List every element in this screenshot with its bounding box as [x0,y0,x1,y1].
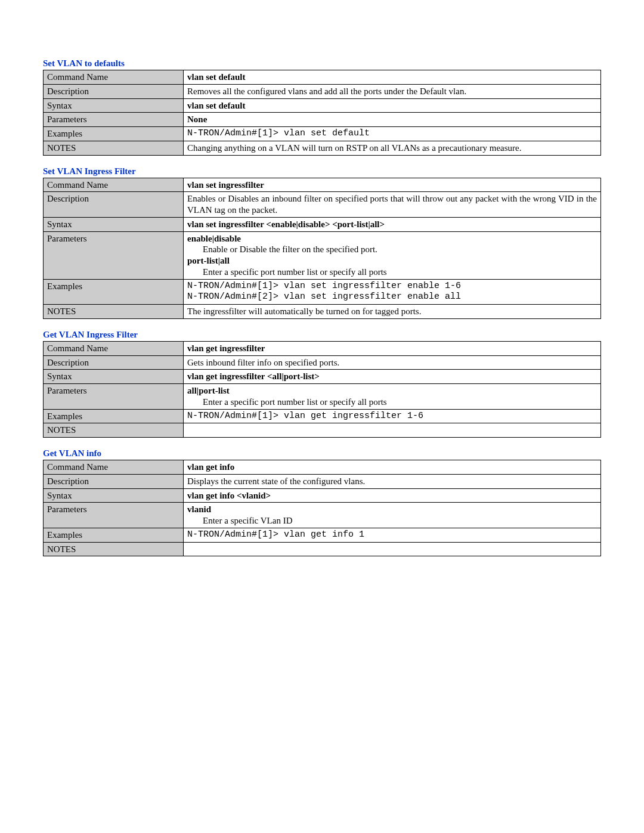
parameter-name: enable|disable [187,233,597,244]
command-table: Command Namevlan get infoDescriptionDisp… [43,460,601,556]
row-label: Command Name [44,70,184,85]
syntax-value: vlan set ingressfilter <enable|disable> … [187,219,385,229]
row-label: Command Name [44,460,184,475]
row-label: Parameters [44,231,184,279]
row-label: NOTES [44,423,184,438]
row-label: Parameters [44,113,184,127]
command-table: Command Namevlan set defaultDescriptionR… [43,70,601,156]
example-line: N-TRON/Admin#[2]> vlan set ingressfilter… [187,292,597,303]
command-table: Command Namevlan set ingressfilterDescri… [43,178,601,319]
row-label: Description [44,192,184,218]
row-value: Displays the current state of the config… [184,474,601,488]
section-title: Get VLAN Ingress Filter [43,330,601,340]
row-value: vlan set ingressfilter <enable|disable> … [184,217,601,231]
section-title: Set VLAN Ingress Filter [43,166,601,176]
parameters-cell: all|port-listEnter a specific port numbe… [187,385,597,408]
row-label: NOTES [44,305,184,319]
examples-cell: N-TRON/Admin#[1]> vlan set ingressfilter… [187,281,597,304]
row-value: Removes all the configured vlans and add… [184,84,601,98]
example-line: N-TRON/Admin#[1]> vlan set default [187,128,597,140]
example-line: N-TRON/Admin#[1]> vlan get info 1 [187,529,597,541]
row-value: vlan get ingressfilter [184,341,601,355]
row-value: all|port-listEnter a specific port numbe… [184,384,601,410]
row-label: Command Name [44,341,184,355]
parameter-name: port-list|all [187,255,597,267]
syntax-value: vlan get ingressfilter <all|port-list> [187,371,320,381]
row-label: NOTES [44,141,184,155]
row-value: Changing anything on a VLAN will turn on… [184,141,601,155]
parameters-cell: vlanidEnter a specific VLan ID [187,504,597,527]
parameter-name: vlanid [187,504,597,515]
row-label: Examples [44,528,184,542]
parameters-cell: enable|disableEnable or Disable the filt… [187,233,597,278]
row-label: Examples [44,409,184,423]
command-name-value: vlan set default [187,72,246,82]
row-label: NOTES [44,542,184,556]
parameter-name: None [187,114,597,125]
section-title: Set VLAN to defaults [43,58,601,69]
row-label: Examples [44,127,184,141]
row-value: vlan set ingressfilter [184,178,601,192]
row-value: Enables or Disables an inbound filter on… [184,192,601,218]
row-value [184,423,601,438]
parameter-name: all|port-list [187,385,597,397]
parameter-desc: Enter a specific port number list or spe… [187,267,597,278]
row-value: Gets inbound filter info on specified po… [184,355,601,370]
example-line: N-TRON/Admin#[1]> vlan get ingressfilter… [187,411,597,422]
row-value: enable|disableEnable or Disable the filt… [184,231,601,279]
row-value: vlan set default [184,70,601,85]
examples-cell: N-TRON/Admin#[1]> vlan set default [187,128,597,140]
document-body: Set VLAN to defaultsCommand Namevlan set… [43,58,601,556]
command-name-value: vlan get ingressfilter [187,343,265,353]
row-value: vlan set default [184,98,601,113]
row-value: None [184,113,601,127]
examples-cell: N-TRON/Admin#[1]> vlan get info 1 [187,529,597,541]
row-label: Examples [44,279,184,305]
row-value: vlanidEnter a specific VLan ID [184,503,601,528]
command-name-value: vlan set ingressfilter [187,180,264,190]
row-value [184,542,601,556]
command-name-value: vlan get info [187,462,234,472]
row-value: N-TRON/Admin#[1]> vlan set default [184,127,601,141]
row-label: Syntax [44,98,184,113]
row-value: vlan get ingressfilter <all|port-list> [184,370,601,384]
section-title: Get VLAN info [43,448,601,459]
row-label: Syntax [44,488,184,503]
row-label: Parameters [44,384,184,410]
parameters-cell: None [187,114,597,125]
command-table: Command Namevlan get ingressfilterDescri… [43,341,601,438]
row-label: Description [44,474,184,488]
row-label: Parameters [44,503,184,528]
row-value: N-TRON/Admin#[1]> vlan get ingressfilter… [184,409,601,423]
row-value: N-TRON/Admin#[1]> vlan set ingressfilter… [184,279,601,305]
syntax-value: vlan set default [187,101,246,110]
row-label: Command Name [44,178,184,192]
parameter-desc: Enter a specific port number list or spe… [187,397,597,408]
row-label: Description [44,84,184,98]
row-label: Syntax [44,370,184,384]
row-value: The ingressfilter will automatically be … [184,305,601,319]
row-value: vlan get info [184,460,601,475]
examples-cell: N-TRON/Admin#[1]> vlan get ingressfilter… [187,411,597,422]
row-value: vlan get info <vlanid> [184,488,601,503]
syntax-value: vlan get info <vlanid> [187,491,271,500]
parameter-desc: Enter a specific VLan ID [187,515,597,527]
parameter-desc: Enable or Disable the filter on the spec… [187,244,597,255]
row-value: N-TRON/Admin#[1]> vlan get info 1 [184,528,601,542]
row-label: Description [44,355,184,370]
row-label: Syntax [44,217,184,231]
example-line: N-TRON/Admin#[1]> vlan set ingressfilter… [187,281,597,292]
